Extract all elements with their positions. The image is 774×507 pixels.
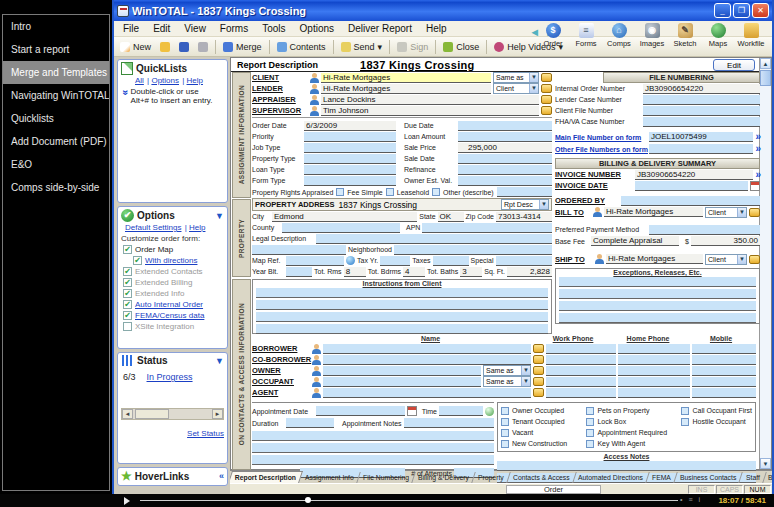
option-extended-contacts[interactable]: ✔Extended Contacts <box>123 267 224 276</box>
owner-same-as-combo[interactable]: Same as▼ <box>483 365 531 376</box>
client-same-as-combo[interactable]: Same as▼ <box>493 72 539 83</box>
tab-file-numbering[interactable]: File Numbering <box>357 472 416 483</box>
contents-button[interactable]: Contents <box>273 41 330 53</box>
tab-billing-delivery[interactable]: Billing & Delivery <box>412 472 476 483</box>
instructions-line[interactable] <box>256 324 548 334</box>
lender-field[interactable]: Hi-Rate Mortgages <box>321 84 491 94</box>
status-state-link[interactable]: In Progress <box>147 372 193 382</box>
order-nav-button[interactable]: $Order <box>540 23 566 48</box>
checkbox-checked[interactable]: ✔ <box>123 311 132 320</box>
tab-contacts-access[interactable]: Contacts & Access <box>507 472 576 483</box>
tab-report-description[interactable]: Report Description <box>230 471 303 483</box>
scroll-left-arrow[interactable]: ◄ <box>122 409 133 419</box>
apn-field[interactable] <box>422 223 552 233</box>
lock-box-checkbox[interactable] <box>586 418 594 426</box>
form-vscrollbar[interactable]: ▲ ▼ <box>759 58 771 469</box>
open-button[interactable] <box>156 41 174 53</box>
co-borrower-work-phone[interactable] <box>546 355 616 365</box>
menu-help[interactable]: Help <box>419 22 454 35</box>
co-borrower-home-phone[interactable] <box>618 355 690 365</box>
chapter-intro[interactable]: Intro <box>3 15 109 38</box>
appointment-date-field[interactable] <box>316 406 405 416</box>
priority-field[interactable] <box>304 132 396 142</box>
sale-price-field[interactable]: 295,000 <box>458 143 552 153</box>
base-fee-desc-field[interactable]: Complete Appraisal <box>591 236 679 246</box>
appraiser-field[interactable]: Lance Dockins <box>321 95 539 105</box>
checkbox-checked[interactable]: ✔ <box>123 289 132 298</box>
agent-work-phone[interactable] <box>546 388 616 398</box>
call-occupant-first-checkbox[interactable] <box>681 407 689 415</box>
video-timeline[interactable] <box>140 500 678 501</box>
fha-va-case-number-field[interactable] <box>643 117 760 127</box>
instructions-line[interactable] <box>256 312 548 322</box>
forms-nav-button[interactable]: ≡Forms <box>573 23 599 48</box>
option-order-map[interactable]: ✔Order Map <box>123 245 224 254</box>
internal-order-number-field[interactable]: JB30906654220 <box>643 84 760 94</box>
contact-card-icon[interactable] <box>541 95 552 104</box>
chapter-start-a-report[interactable]: Start a report <box>3 38 109 61</box>
scroll-thumb[interactable] <box>135 409 169 419</box>
special-field[interactable] <box>496 256 552 266</box>
contact-card-icon[interactable] <box>541 73 552 82</box>
option-auto-internal-order[interactable]: ✔Auto Internal Order <box>123 300 224 309</box>
appointment-required-checkbox[interactable] <box>586 429 594 437</box>
jump-to-form-icon[interactable]: » <box>755 144 760 154</box>
order-date-field[interactable]: 6/3/2009 <box>304 121 396 131</box>
chapter-eando[interactable]: E&O <box>3 153 109 176</box>
chapter-quicklists[interactable]: Quicklists <box>3 107 109 130</box>
taxes-field[interactable] <box>433 256 469 266</box>
hostile-occupant-checkbox[interactable] <box>681 418 689 426</box>
maps-nav-button[interactable]: Maps <box>705 23 731 48</box>
base-fee-amount-field[interactable]: 350.00 <box>691 236 760 246</box>
preferred-payment-field[interactable] <box>649 225 760 235</box>
owner-name-field[interactable] <box>323 366 481 376</box>
tot-bdrms-field[interactable]: 4 <box>403 267 425 277</box>
option-with-directions[interactable]: ✔With directions <box>133 256 224 265</box>
contact-card-icon[interactable] <box>533 377 544 386</box>
loan-amount-field[interactable] <box>458 132 552 142</box>
chapter-add-document-pdf[interactable]: Add Document (PDF) <box>3 130 109 153</box>
play-button[interactable] <box>124 497 130 505</box>
menu-tools[interactable]: Tools <box>255 22 292 35</box>
borrower-home-phone[interactable] <box>618 344 690 354</box>
main-file-number-link[interactable]: Main File Number on form <box>555 134 647 141</box>
supervisor-field[interactable]: Tim Johnson <box>321 106 539 116</box>
status-hscrollbar[interactable]: ◄► <box>121 408 224 420</box>
contact-card-icon[interactable] <box>541 106 552 115</box>
lender-combo[interactable]: Client▼ <box>493 83 539 94</box>
tab-property[interactable]: Property <box>472 472 510 483</box>
tot-rms-field[interactable]: 8 <box>344 267 366 277</box>
borrower-name-field[interactable] <box>323 344 531 354</box>
tab-assignment-info[interactable]: Assignment Info <box>299 472 360 483</box>
tab-fema[interactable]: FEMA <box>647 472 678 483</box>
minimize-button[interactable]: _ <box>714 3 731 18</box>
property-address-value[interactable]: 1837 Kings Crossing <box>339 200 417 210</box>
chapter-merge-and-templates[interactable]: Merge and Templates <box>3 61 109 84</box>
jump-to-invoice-icon[interactable]: » <box>755 170 760 180</box>
legal-description-field-2[interactable] <box>252 245 346 255</box>
bill-to-field[interactable]: Hi-Rate Mortgages <box>604 207 703 217</box>
owner-est-val-field[interactable] <box>458 176 552 186</box>
occupant-same-as-combo[interactable]: Same as▼ <box>483 376 531 387</box>
state-field[interactable]: OK <box>438 212 464 222</box>
appointment-notes-line[interactable] <box>252 443 494 453</box>
bill-to-combo[interactable]: Client▼ <box>705 207 747 218</box>
occupant-mobile[interactable] <box>692 377 756 387</box>
new-construction-checkbox[interactable] <box>501 440 509 448</box>
option-fema-census[interactable]: ✔FEMA/Census data <box>123 311 224 320</box>
jump-to-form-icon[interactable]: » <box>755 132 760 142</box>
appointment-notes-field[interactable] <box>404 418 494 428</box>
tax-yr-field[interactable] <box>380 256 410 266</box>
key-with-agent-checkbox[interactable] <box>586 440 594 448</box>
owner-home-phone[interactable] <box>618 366 690 376</box>
ship-to-combo[interactable]: Client▼ <box>705 254 747 265</box>
neighborhood-field[interactable] <box>394 245 552 255</box>
option-extended-info[interactable]: ✔Extended Info <box>123 289 224 298</box>
pets-on-property-checkbox[interactable] <box>586 407 594 415</box>
occupant-work-phone[interactable] <box>546 377 616 387</box>
legal-description-field[interactable] <box>316 234 552 244</box>
year-blt-field[interactable] <box>286 267 312 277</box>
restore-button[interactable]: ❐ <box>733 3 750 18</box>
chapter-navigating-wintotal[interactable]: Navigating WinTOTAL <box>3 84 109 107</box>
ship-to-field[interactable]: Hi-Rate Mortgages <box>606 254 703 264</box>
